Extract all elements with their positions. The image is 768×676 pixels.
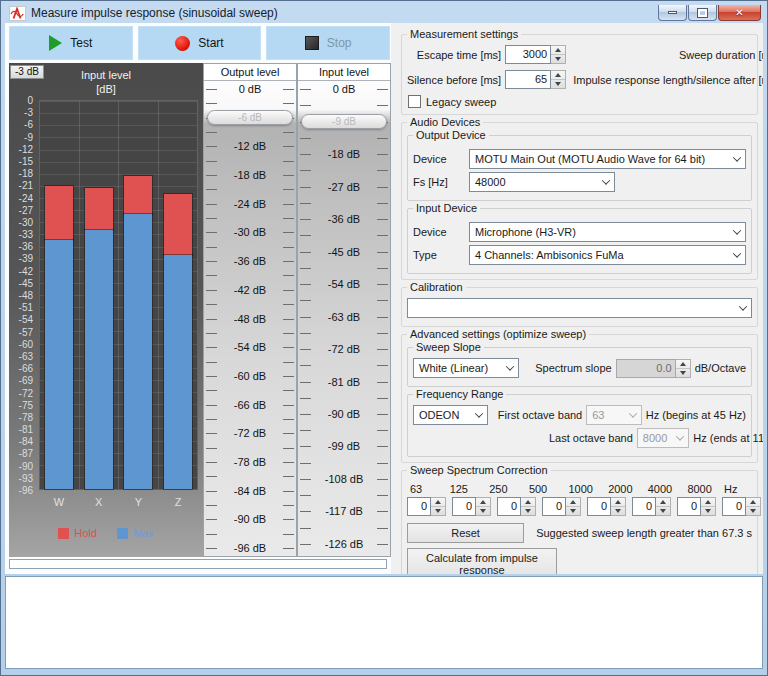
escape-time-value[interactable]: 3000 — [505, 45, 551, 64]
input-device-combo[interactable]: Microphone (H3-VR) — [469, 222, 746, 242]
silence-before-arrows[interactable] — [551, 70, 566, 89]
chevron-down-icon[interactable] — [735, 305, 751, 311]
spin-up[interactable] — [566, 498, 580, 506]
correction-value-8000[interactable]: 0 — [722, 497, 746, 516]
correction-value-500[interactable]: 0 — [542, 497, 566, 516]
spin-down-icon[interactable] — [615, 509, 621, 513]
start-button[interactable]: Start — [138, 26, 262, 60]
spin-down-icon[interactable] — [525, 509, 531, 513]
spin-up-icon[interactable] — [680, 362, 686, 366]
title-bar[interactable]: Measure impulse response (sinusoidal swe… — [5, 1, 763, 23]
spin-up-icon[interactable] — [705, 500, 711, 504]
spin-up[interactable] — [611, 498, 625, 506]
correction-arrows-63[interactable] — [431, 497, 446, 516]
spin-up-icon[interactable] — [480, 500, 486, 504]
escape-time-arrows[interactable] — [551, 45, 566, 64]
correction-spinner-250[interactable]: 0 — [497, 497, 536, 516]
spin-up-icon[interactable] — [435, 500, 441, 504]
correction-arrows-125[interactable] — [476, 497, 491, 516]
sample-rate-combo[interactable]: 48000 — [469, 172, 615, 192]
correction-arrows-1000[interactable] — [611, 497, 626, 516]
spin-up-icon[interactable] — [660, 500, 666, 504]
maximize-button[interactable] — [688, 5, 717, 21]
correction-arrows-4000[interactable] — [701, 497, 716, 516]
correction-value-63[interactable]: 0 — [407, 497, 431, 516]
correction-value-250[interactable]: 0 — [497, 497, 521, 516]
spectrum-slope-arrows[interactable] — [676, 359, 691, 378]
correction-value-4000[interactable]: 0 — [677, 497, 701, 516]
spin-down-icon[interactable] — [480, 509, 486, 513]
spin-down[interactable] — [701, 506, 715, 515]
spin-down-icon[interactable] — [750, 509, 756, 513]
correction-arrows-500[interactable] — [566, 497, 581, 516]
correction-value-2000[interactable]: 0 — [632, 497, 656, 516]
correction-spinner-8000[interactable]: 0 — [722, 497, 761, 516]
spin-down[interactable] — [476, 506, 490, 515]
spin-up[interactable] — [701, 498, 715, 506]
spin-down-icon[interactable] — [680, 371, 686, 375]
correction-arrows-2000[interactable] — [656, 497, 671, 516]
spin-up[interactable] — [431, 498, 445, 506]
message-log-panel[interactable] — [5, 576, 763, 669]
input-thumb[interactable]: -9 dB — [301, 114, 387, 129]
spin-down[interactable] — [521, 506, 535, 515]
test-button[interactable]: Test — [9, 26, 133, 60]
correction-value-1000[interactable]: 0 — [587, 497, 611, 516]
chevron-down-icon[interactable] — [729, 156, 745, 162]
spin-down-icon[interactable] — [555, 82, 561, 86]
spin-down[interactable] — [431, 506, 445, 515]
spin-down[interactable] — [566, 506, 580, 515]
output-device-combo[interactable]: MOTU Main Out (MOTU Audio Wave for 64 bi… — [469, 149, 746, 169]
spin-up-icon[interactable] — [570, 500, 576, 504]
spin-down-icon[interactable] — [570, 509, 576, 513]
correction-spinner-1000[interactable]: 0 — [587, 497, 626, 516]
correction-spinner-500[interactable]: 0 — [542, 497, 581, 516]
spin-down-icon[interactable] — [705, 509, 711, 513]
silence-before-spinner[interactable]: 65 — [505, 70, 569, 89]
spin-up[interactable] — [476, 498, 490, 506]
spin-up[interactable] — [656, 498, 670, 506]
sweep-slope-combo[interactable]: White (Linear) — [413, 358, 519, 378]
input-level-track[interactable]: 0 dB-18 dB-27 dB-36 dB-45 dB-54 dB-63 dB… — [298, 81, 390, 556]
chevron-down-icon[interactable] — [729, 229, 745, 235]
chevron-down-icon[interactable] — [502, 365, 518, 371]
chevron-down-icon[interactable] — [598, 179, 614, 185]
correction-spinner-125[interactable]: 0 — [452, 497, 491, 516]
correction-value-125[interactable]: 0 — [452, 497, 476, 516]
spin-up-icon[interactable] — [525, 500, 531, 504]
spin-up-icon[interactable] — [555, 48, 561, 52]
correction-spinner-63[interactable]: 0 — [407, 497, 446, 516]
chevron-down-icon[interactable] — [471, 412, 487, 418]
stop-button[interactable]: Stop — [266, 26, 390, 60]
spin-up[interactable] — [521, 498, 535, 506]
correction-spinner-2000[interactable]: 0 — [632, 497, 671, 516]
input-type-combo[interactable]: 4 Channels: Ambisonics FuMa — [469, 245, 746, 265]
spin-down[interactable] — [611, 506, 625, 515]
spin-down-icon[interactable] — [660, 509, 666, 513]
spin-down-icon[interactable] — [435, 509, 441, 513]
calibration-combo[interactable] — [407, 298, 752, 318]
escape-time-spinner[interactable]: 3000 — [505, 45, 569, 64]
calculate-from-ir-button[interactable]: Calculate from impulse response — [407, 548, 557, 574]
minimize-button[interactable] — [658, 5, 687, 21]
spin-down[interactable] — [746, 506, 760, 515]
spin-up-icon[interactable] — [750, 500, 756, 504]
correction-arrows-250[interactable] — [521, 497, 536, 516]
correction-spinner-4000[interactable]: 0 — [677, 497, 716, 516]
slider-tick — [300, 528, 311, 529]
spin-down[interactable] — [656, 506, 670, 515]
spin-up-icon[interactable] — [615, 500, 621, 504]
spin-up-icon[interactable] — [555, 73, 561, 77]
correction-arrows-8000[interactable] — [746, 497, 761, 516]
frequency-range-combo[interactable]: ODEON — [413, 405, 488, 425]
spin-up[interactable] — [746, 498, 760, 506]
meter-ytick-label: -33 — [19, 229, 33, 240]
close-button[interactable]: ✕ — [718, 5, 761, 21]
spin-down-icon[interactable] — [555, 57, 561, 61]
reset-button[interactable]: Reset — [407, 523, 524, 543]
chevron-down-icon[interactable] — [729, 252, 745, 258]
output-thumb[interactable]: -6 dB — [207, 110, 293, 125]
legacy-sweep-checkbox[interactable] — [408, 95, 421, 108]
silence-before-value[interactable]: 65 — [505, 70, 551, 89]
output-level-track[interactable]: 0 dB-12 dB-18 dB-24 dB-30 dB-36 dB-42 dB… — [204, 81, 296, 556]
